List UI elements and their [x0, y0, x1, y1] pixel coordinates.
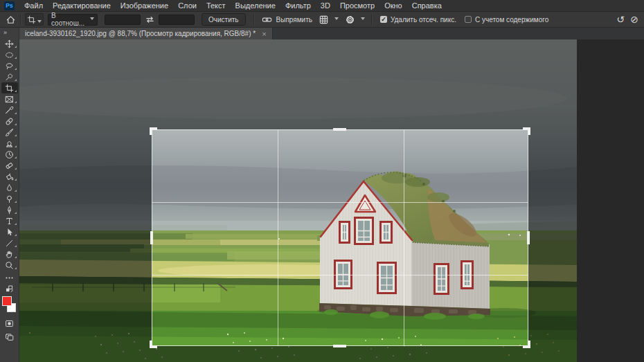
- separator: [371, 14, 373, 25]
- crop-settings-button[interactable]: [344, 13, 365, 26]
- blur-tool[interactable]: [1, 182, 18, 193]
- marquee-tool[interactable]: [1, 49, 18, 60]
- overlay-grid-button[interactable]: [318, 13, 339, 26]
- menu-item-4[interactable]: Слои: [173, 0, 202, 11]
- flyout-indicator: [15, 123, 17, 125]
- color-swatches: [0, 295, 19, 316]
- quick-selection-tool[interactable]: [1, 71, 18, 82]
- crop-handle-n[interactable]: [333, 128, 346, 131]
- overlay-grid-icon: [318, 13, 330, 26]
- hand-tool[interactable]: [1, 248, 18, 260]
- flyout-indicator: [15, 134, 17, 136]
- app-logo[interactable]: Ps: [4, 1, 15, 10]
- chevron-down-icon: [334, 17, 339, 20]
- crop-tool[interactable]: [1, 82, 18, 93]
- straighten-level-icon: [261, 13, 274, 26]
- crop-handle-nw[interactable]: [150, 127, 157, 135]
- content-aware-checkbox[interactable]: [465, 16, 472, 23]
- move-tool[interactable]: [1, 38, 18, 49]
- crop-grid-line-horizontal: [152, 275, 528, 275]
- flyout-indicator: [15, 245, 17, 247]
- crop-width-input[interactable]: [105, 15, 141, 25]
- document-tab[interactable]: iceland-3930162_1920.jpg @ 88,7% (Просмо…: [19, 28, 273, 39]
- menu-item-1[interactable]: Файл: [19, 0, 48, 11]
- history-brush-tool[interactable]: [1, 149, 18, 160]
- tools-panel: »: [0, 28, 19, 362]
- brush-tool[interactable]: [1, 127, 18, 138]
- home-icon[interactable]: [4, 13, 17, 26]
- menu-item-6[interactable]: Выделение: [231, 0, 280, 11]
- crop-handle-sw[interactable]: [150, 341, 157, 348]
- swap-dimensions-icon[interactable]: [143, 13, 156, 26]
- crop-height-input[interactable]: [159, 15, 195, 25]
- menu-item-9[interactable]: Просмотр: [335, 0, 379, 11]
- chevron-down-icon: [37, 20, 42, 23]
- delete-cropped-pixels-option[interactable]: ✓ Удалить отсеч. пикс.: [380, 16, 456, 24]
- gear-icon: [344, 13, 357, 26]
- paint-bucket-tool[interactable]: [1, 171, 18, 182]
- flyout-indicator: [15, 90, 17, 92]
- commit-crop-icon[interactable]: ✓: [641, 15, 644, 24]
- path-selection-tool[interactable]: [1, 226, 18, 237]
- line-tool[interactable]: [1, 237, 18, 248]
- foreground-color-swatch[interactable]: [2, 296, 12, 306]
- menu-item-5[interactable]: Текст: [202, 0, 231, 11]
- flyout-indicator: [15, 256, 17, 258]
- zoom-tool[interactable]: [1, 260, 18, 271]
- dodge-tool[interactable]: [1, 193, 18, 204]
- type-tool[interactable]: [1, 215, 18, 226]
- clear-button[interactable]: Очистить: [202, 13, 246, 26]
- crop-handle-e[interactable]: [527, 231, 530, 244]
- screen-mode-icon[interactable]: [1, 331, 18, 342]
- flyout-indicator: [15, 190, 17, 192]
- quick-mask-icon[interactable]: [1, 318, 18, 329]
- toolbar-collapse-icon[interactable]: »: [0, 28, 19, 38]
- flyout-indicator: [15, 79, 17, 81]
- flyout-indicator: [15, 57, 17, 59]
- chevron-down-icon: [361, 17, 365, 20]
- crop-handle-ne[interactable]: [523, 127, 530, 135]
- reset-crop-icon[interactable]: ↺: [614, 15, 627, 24]
- separator: [20, 14, 21, 25]
- flyout-indicator: [15, 201, 17, 203]
- straighten-button[interactable]: Выпрямить: [261, 13, 312, 26]
- crop-ratio-value: В соотнош...: [51, 12, 89, 27]
- crop-icon: [26, 15, 36, 24]
- straighten-label: Выпрямить: [276, 16, 312, 24]
- content-aware-label: С учетом содержимого: [475, 16, 548, 24]
- cancel-crop-icon[interactable]: ⊘: [627, 15, 641, 24]
- document-tab-bar: iceland-3930162_1920.jpg @ 88,7% (Просмо…: [19, 28, 644, 39]
- crop-handle-s[interactable]: [333, 345, 346, 347]
- flyout-indicator: [15, 168, 17, 170]
- crop-box[interactable]: [152, 129, 528, 346]
- crop-grid-line-vertical: [278, 130, 278, 345]
- lasso-tool[interactable]: [1, 60, 18, 71]
- flyout-indicator: [15, 156, 17, 159]
- crop-handle-w[interactable]: [150, 231, 153, 244]
- menu-item-7[interactable]: Фильтр: [280, 0, 316, 11]
- menu-item-8[interactable]: 3D: [316, 0, 335, 11]
- pen-tool[interactable]: [1, 204, 18, 215]
- delete-cropped-pixels-label: Удалить отсеч. пикс.: [391, 16, 456, 24]
- flyout-indicator: [15, 212, 17, 214]
- flyout-indicator: [15, 223, 17, 225]
- flyout-indicator: [15, 234, 17, 236]
- tab-close-icon[interactable]: ×: [262, 30, 266, 37]
- swap-colors-icon[interactable]: [1, 283, 18, 294]
- menu-item-11[interactable]: Справка: [407, 0, 447, 11]
- frame-tool[interactable]: [1, 93, 18, 105]
- edit-toolbar-icon[interactable]: [1, 272, 18, 283]
- delete-cropped-pixels-checkbox[interactable]: ✓: [380, 16, 387, 23]
- photoshop-window: Ps ФайлРедактированиеИзображениеСлоиТекс…: [0, 0, 644, 362]
- menu-item-10[interactable]: Окно: [379, 0, 407, 11]
- crop-ratio-select[interactable]: В соотнош...: [48, 14, 98, 26]
- clone-stamp-tool[interactable]: [1, 138, 18, 149]
- crop-handle-se[interactable]: [523, 341, 530, 348]
- menu-item-2[interactable]: Редактирование: [48, 0, 116, 11]
- healing-brush-tool[interactable]: [1, 116, 18, 127]
- current-tool-badge[interactable]: [25, 13, 44, 26]
- content-aware-option[interactable]: С учетом содержимого: [465, 16, 548, 24]
- menu-item-3[interactable]: Изображение: [116, 0, 173, 11]
- eraser-tool[interactable]: [1, 160, 18, 171]
- eyedropper-tool[interactable]: [1, 105, 18, 116]
